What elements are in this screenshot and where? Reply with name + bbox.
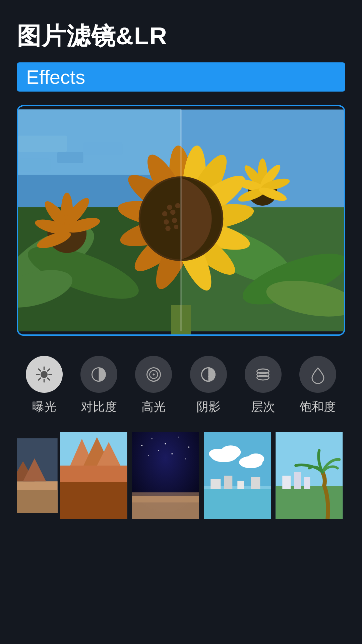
svg-rect-117 (283, 476, 291, 489)
svg-rect-111 (210, 479, 221, 489)
filter-thumb-3[interactable] (129, 432, 201, 519)
highlight-button[interactable] (135, 356, 172, 393)
svg-line-65 (39, 378, 41, 380)
app-title: 图片滤镜&LR (17, 20, 345, 52)
svg-point-32 (164, 219, 169, 225)
filter-thumb-4[interactable] (201, 432, 274, 519)
droplet-icon (309, 365, 327, 384)
filter-4-preview (201, 432, 274, 519)
svg-point-100 (185, 459, 186, 460)
svg-point-93 (152, 438, 153, 439)
shadow-label: 阴影 (196, 399, 221, 415)
effects-badge[interactable]: Effects (17, 62, 345, 92)
svg-line-64 (48, 369, 50, 371)
sun-icon (35, 365, 53, 384)
svg-point-94 (165, 443, 166, 444)
svg-rect-114 (251, 477, 260, 489)
image-preview[interactable] (18, 106, 344, 334)
svg-rect-112 (224, 476, 232, 489)
filter-2-preview (58, 432, 130, 519)
control-item-saturation[interactable]: 饱和度 (299, 356, 336, 415)
svg-rect-40 (18, 136, 67, 152)
control-item-contrast[interactable]: 对比度 (80, 356, 117, 415)
svg-point-97 (148, 455, 149, 456)
svg-rect-113 (237, 481, 244, 489)
shadow-button[interactable] (190, 356, 227, 393)
filter-1-preview (17, 432, 58, 519)
highlight-label: 高光 (141, 399, 166, 415)
svg-point-79 (257, 375, 269, 380)
layers-label: 层次 (251, 399, 275, 415)
svg-point-108 (247, 453, 264, 464)
svg-point-106 (209, 449, 226, 459)
svg-rect-116 (276, 486, 343, 519)
svg-rect-82 (17, 490, 58, 513)
filter-5-preview (273, 432, 345, 519)
filter-thumb-2[interactable] (58, 432, 130, 519)
filter-thumb-1[interactable] (17, 432, 58, 519)
control-item-layers[interactable]: 层次 (245, 356, 282, 415)
highlight-icon (144, 365, 163, 384)
svg-point-35 (174, 225, 179, 229)
contrast-label: 对比度 (81, 399, 117, 415)
layers-icon (254, 365, 272, 384)
svg-point-98 (158, 450, 159, 451)
filter-thumb-5[interactable] (273, 432, 345, 519)
controls-row: 曝光 对比度 (17, 356, 345, 415)
filter-3-preview (129, 432, 201, 519)
control-item-highlight[interactable]: 高光 (135, 356, 172, 415)
svg-point-96 (188, 446, 190, 448)
svg-point-99 (172, 453, 173, 454)
svg-rect-41 (83, 142, 122, 155)
layers-button[interactable] (245, 356, 282, 393)
controls-section: 曝光 对比度 (17, 356, 345, 415)
contrast-button[interactable] (80, 356, 117, 393)
svg-rect-39 (57, 152, 83, 163)
svg-point-95 (178, 437, 179, 438)
sunflower-image (18, 106, 344, 334)
svg-point-57 (41, 371, 48, 378)
svg-rect-110 (204, 489, 271, 519)
exposure-button[interactable] (26, 356, 63, 393)
image-preview-container (17, 105, 345, 336)
filter-row (17, 432, 345, 644)
svg-point-33 (172, 218, 177, 223)
shadow-icon (199, 365, 218, 384)
svg-rect-102 (132, 496, 199, 519)
control-item-exposure[interactable]: 曝光 (26, 356, 63, 415)
svg-line-63 (48, 378, 50, 380)
svg-point-68 (153, 373, 155, 375)
contrast-icon (89, 365, 108, 384)
svg-point-29 (175, 203, 181, 208)
app-container: 图片滤镜&LR Effects (0, 0, 362, 644)
saturation-label: 饱和度 (300, 399, 336, 415)
svg-rect-118 (294, 472, 301, 489)
control-item-shadow[interactable]: 阴影 (190, 356, 227, 415)
svg-rect-119 (304, 477, 310, 489)
svg-line-62 (39, 369, 41, 371)
svg-point-28 (167, 205, 172, 210)
svg-rect-90 (60, 482, 127, 519)
svg-rect-38 (18, 158, 51, 171)
exposure-label: 曝光 (32, 399, 56, 415)
saturation-button[interactable] (299, 356, 336, 393)
svg-point-30 (162, 211, 168, 217)
svg-point-31 (170, 210, 176, 215)
svg-point-34 (165, 226, 171, 231)
svg-point-92 (141, 445, 143, 446)
